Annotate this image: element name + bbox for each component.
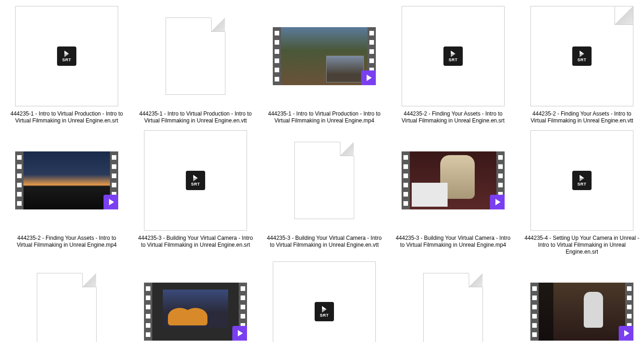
- page-fold-icon: [615, 6, 633, 25]
- file-label: 444235-3 - Building Your Virtual Camera …: [138, 235, 253, 249]
- page-fold-icon: [211, 18, 225, 32]
- thumb-area: [15, 260, 118, 342]
- srt-badge-text: SRT: [577, 58, 586, 62]
- film-strip-icon: [402, 151, 410, 209]
- page-fold-icon: [82, 273, 96, 287]
- file-item[interactable]: [389, 260, 518, 342]
- video-preview: [281, 27, 368, 85]
- film-strip-icon: [144, 283, 152, 341]
- play-overlay-icon: [619, 326, 633, 341]
- thumb-area: [144, 5, 247, 108]
- thumb-area: [530, 260, 633, 342]
- file-grid: SRT444235-1 - Intro to Virtual Productio…: [2, 5, 644, 342]
- thumb-area: SRT: [530, 129, 633, 232]
- file-item[interactable]: [518, 260, 644, 342]
- file-thumbnail-srt: SRT: [530, 130, 633, 231]
- file-label: 444235-2 - Finding Your Assets - Intro t…: [396, 110, 511, 124]
- srt-icon: SRT: [443, 46, 463, 66]
- file-item[interactable]: 444235-1 - Intro to Virtual Production -…: [260, 5, 389, 124]
- file-thumbnail-generic: [423, 273, 483, 342]
- file-label: 444235-1 - Intro to Virtual Production -…: [267, 110, 382, 124]
- file-item[interactable]: [131, 260, 260, 342]
- file-thumbnail-video: [273, 27, 376, 85]
- page-fold-icon: [469, 273, 483, 287]
- file-thumbnail-video: [15, 151, 118, 209]
- file-thumbnail-srt: SRT: [15, 6, 118, 106]
- file-item[interactable]: SRT444235-4 - Setting Up Your Camera in …: [518, 129, 644, 255]
- file-item[interactable]: SRT444235-3 - Building Your Virtual Came…: [131, 129, 260, 255]
- file-item[interactable]: 444235-3 - Building Your Virtual Camera …: [389, 129, 518, 255]
- play-overlay-icon: [490, 195, 505, 209]
- file-thumbnail-srt: SRT: [144, 130, 247, 231]
- play-overlay-icon: [361, 70, 376, 85]
- file-label: 444235-1 - Intro to Virtual Production -…: [138, 110, 253, 124]
- srt-badge-text: SRT: [320, 313, 329, 318]
- page-fold-icon: [340, 142, 354, 156]
- srt-icon: SRT: [315, 302, 334, 321]
- file-thumbnail-srt: SRT: [530, 6, 633, 106]
- file-thumbnail-srt: SRT: [402, 6, 505, 106]
- srt-badge-text: SRT: [191, 182, 200, 186]
- thumb-area: [15, 129, 118, 232]
- play-overlay-icon: [104, 195, 118, 209]
- thumb-area: [402, 129, 505, 232]
- film-strip-icon: [273, 27, 281, 85]
- file-item[interactable]: SRT444235-2 - Finding Your Assets - Intr…: [389, 5, 518, 124]
- file-thumbnail-srt: SRT: [273, 261, 376, 342]
- file-item[interactable]: SRT: [260, 260, 389, 342]
- thumb-area: [402, 260, 505, 342]
- srt-badge-text: SRT: [577, 182, 586, 186]
- thumb-area: SRT: [144, 129, 247, 232]
- file-item[interactable]: SRT444235-2 - Finding Your Assets - Intr…: [518, 5, 644, 124]
- file-thumbnail-video: [402, 151, 505, 209]
- file-label: 444235-1 - Intro to Virtual Production -…: [9, 110, 124, 124]
- film-strip-icon: [15, 151, 23, 209]
- srt-icon: SRT: [572, 171, 592, 190]
- file-item[interactable]: 444235-3 - Building Your Virtual Camera …: [260, 129, 389, 255]
- play-overlay-icon: [232, 326, 247, 341]
- video-preview: [152, 283, 239, 341]
- file-label: 444235-2 - Finding Your Assets - Intro t…: [9, 235, 124, 249]
- srt-icon: SRT: [572, 46, 592, 66]
- srt-icon: SRT: [186, 171, 205, 190]
- file-thumbnail-video: [530, 283, 633, 341]
- video-preview: [539, 283, 625, 341]
- file-label: 444235-3 - Building Your Virtual Camera …: [396, 235, 511, 249]
- thumb-area: SRT: [273, 260, 376, 342]
- thumb-area: [273, 129, 376, 232]
- srt-badge-text: SRT: [62, 58, 71, 62]
- file-item[interactable]: 444235-2 - Finding Your Assets - Intro t…: [2, 129, 131, 255]
- srt-badge-text: SRT: [448, 58, 458, 62]
- file-label: 444235-3 - Building Your Virtual Camera …: [267, 235, 382, 249]
- file-thumbnail-generic: [166, 17, 225, 95]
- file-thumbnail-generic: [37, 273, 97, 342]
- thumb-area: [273, 5, 376, 108]
- file-item[interactable]: [2, 260, 131, 342]
- file-label: 444235-4 - Setting Up Your Camera in Unr…: [524, 235, 639, 255]
- video-preview: [410, 151, 496, 209]
- file-label: 444235-2 - Finding Your Assets - Intro t…: [524, 110, 639, 124]
- film-strip-icon: [530, 283, 539, 341]
- thumb-area: [144, 260, 247, 342]
- thumb-area: SRT: [15, 5, 118, 108]
- file-item[interactable]: SRT444235-1 - Intro to Virtual Productio…: [2, 5, 131, 124]
- file-thumbnail-generic: [294, 142, 354, 219]
- video-preview: [23, 151, 110, 209]
- srt-icon: SRT: [57, 46, 76, 66]
- thumb-area: SRT: [530, 5, 633, 108]
- file-item[interactable]: 444235-1 - Intro to Virtual Production -…: [131, 5, 260, 124]
- thumb-area: SRT: [402, 5, 505, 108]
- file-thumbnail-video: [144, 283, 247, 341]
